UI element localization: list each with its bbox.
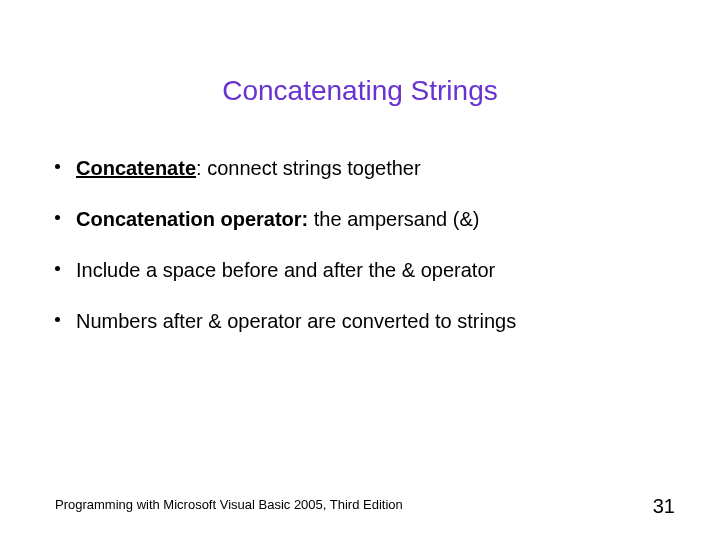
- bullet-text: Numbers after & operator are converted t…: [76, 308, 516, 335]
- bullet-icon: [55, 266, 60, 271]
- bullet-text: Include a space before and after the & o…: [76, 257, 495, 284]
- list-item: Concatenate: connect strings together: [55, 155, 680, 182]
- page-number: 31: [653, 495, 675, 518]
- list-item: Concatenation operator: the ampersand (&…: [55, 206, 680, 233]
- slide-title: Concatenating Strings: [0, 75, 720, 107]
- bullet-icon: [55, 317, 60, 322]
- bullet-list: Concatenate: connect strings together Co…: [55, 155, 680, 335]
- bullet-icon: [55, 215, 60, 220]
- list-item: Numbers after & operator are converted t…: [55, 308, 680, 335]
- bullet-text: Concatenate: connect strings together: [76, 155, 421, 182]
- term-concatenate: Concatenate: [76, 157, 196, 179]
- definition-text: : connect strings together: [196, 157, 421, 179]
- list-item: Include a space before and after the & o…: [55, 257, 680, 284]
- bullet-text: Concatenation operator: the ampersand (&…: [76, 206, 479, 233]
- bullet-icon: [55, 164, 60, 169]
- definition-text: the ampersand (&): [308, 208, 479, 230]
- footer-text: Programming with Microsoft Visual Basic …: [55, 497, 403, 512]
- term-operator: Concatenation operator:: [76, 208, 308, 230]
